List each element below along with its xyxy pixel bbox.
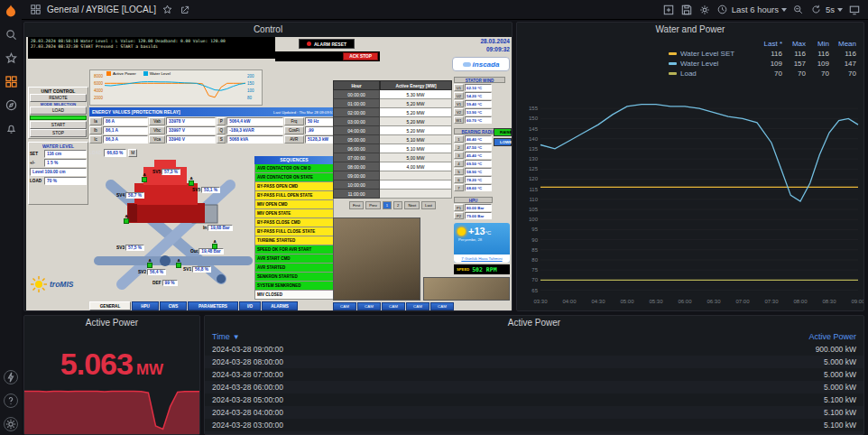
camera-tab[interactable]: CAM 4 [406,302,429,310]
camera-tab[interactable]: CAM 5 [430,302,454,310]
clock-icon [716,4,729,16]
legend-column-header[interactable]: Last * [755,39,782,49]
stator-label: U2 [454,92,464,99]
starred-icon[interactable] [4,51,18,65]
speed-value: 502 RPM [472,266,496,273]
settings-icon[interactable] [4,417,18,431]
start-button[interactable]: START [30,121,87,129]
mini-trend-chart: Active Power Water Level 800060004000200… [89,69,263,106]
alerting-icon[interactable] [4,121,18,135]
share-icon[interactable] [180,4,192,16]
table-row[interactable]: 2024-03-28 08:00:005.000 kW [205,356,863,368]
panel-title[interactable]: Active Power [24,316,199,330]
y-tick-label: 140 [529,136,539,142]
pager-button[interactable]: 1 [383,201,392,209]
time-column-header[interactable]: Time▼ [212,332,240,341]
legend-series-name[interactable]: Water Level [669,59,755,69]
y-tick-label: 65 [531,288,538,293]
add-panel-icon[interactable] [662,4,675,16]
sunburst-icon [30,275,48,293]
alarm-reset-button[interactable]: ALARM RESET [299,39,355,49]
screen-tab-i-o[interactable]: I/O [239,301,261,310]
set-value-input[interactable]: 116 cm [44,150,87,158]
table-row[interactable]: 2024-03-28 02:00:004.300 kW [205,431,863,434]
legend-column-header[interactable]: Min [806,39,829,49]
legend-column-header[interactable]: Max [782,39,806,49]
time-range-picker[interactable]: Last 6 hours [716,4,787,16]
sun-icon [457,227,466,236]
x-tick-label: 04:00 [562,299,577,304]
stat-number: 5.063 [60,347,133,381]
raise-button[interactable]: RAISE [494,128,512,136]
camera-tab[interactable]: CAM 3 [382,302,405,310]
sort-desc-icon: ▼ [233,333,240,341]
explore-icon[interactable] [4,97,18,112]
legend-stat: 70 [755,69,782,79]
pager-button[interactable]: Last [421,201,436,209]
refresh-picker[interactable]: 5s [810,4,843,16]
cycle-view-icon[interactable] [848,4,861,16]
star-dashboard-icon[interactable] [162,4,174,16]
help-icon[interactable] [4,393,18,408]
panel-title[interactable]: Control [24,23,512,37]
pager-button[interactable]: First [349,201,364,209]
hour-cell: 10:00:00 [333,180,380,190]
stator-wind-rows: U162.10 °CU254.20 °CV159.40 °CV253.90 °C… [454,84,493,124]
load-mode-button[interactable]: LOAD [30,106,87,115]
screen-tab-hpu[interactable]: HPU [132,301,159,310]
table-row[interactable]: 2024-03-28 09:00:00900.000 kW [205,343,863,356]
energy-value: 86 A [103,117,148,125]
screen-tab-alarms[interactable]: ALARMS [262,301,298,310]
x-tick-label: 03:30 [533,299,548,304]
save-dashboard-icon[interactable] [680,4,693,16]
energy-value: 5068 kVA [226,135,283,143]
table-row[interactable]: 2024-03-28 04:00:005.100 kW [205,406,863,419]
energy-cell: 5,00 MW [380,153,452,162]
lower-button[interactable]: LOWER [494,138,512,146]
pager-button[interactable]: 2 [393,201,402,209]
table-row[interactable]: 2024-03-28 03:00:005.100 kW [205,419,863,431]
cell-time: 2024-03-28 07:00:00 [212,368,283,381]
legend-series-name[interactable]: Water Level SET [669,49,755,59]
zoom-out-icon[interactable] [792,4,805,16]
grafana-logo-icon[interactable] [4,4,18,18]
panel-title[interactable]: Active Power [205,316,863,330]
screen-tab-cws[interactable]: CWS [160,301,187,310]
log-line: 27.03.2024 08:32:30 START Pressed : STAR… [31,44,272,50]
energy-values-header: ENERGY VALUES [PROTECTION RELAY] Last Up… [89,107,355,116]
pager-button[interactable]: Next [404,201,420,209]
valve-value: 53,1 % [201,187,220,193]
load-value-input[interactable]: 70 % [44,177,87,185]
valve-label: SV4 [116,193,125,198]
stop-button[interactable]: STOP [30,129,87,137]
table-row[interactable]: 2024-03-28 07:00:005.000 kW [205,368,863,381]
energy-value: 86,3 A [103,135,148,143]
shortcuts-icon[interactable] [4,370,18,384]
weather-forecast-link[interactable]: 7 Günlük Hava Tahmini [454,255,510,263]
legend-column-header[interactable]: Mean [829,39,856,49]
weather-unit: °C [485,230,492,236]
ack-stop-button[interactable]: ACK STOP [343,52,378,60]
dashboard-settings-icon[interactable] [698,4,711,16]
deadband-value-input[interactable]: 1 5 % [44,159,87,167]
table-row[interactable]: 2024-03-28 06:00:005.000 kW [205,381,863,393]
cell-time: 2024-03-28 09:00:00 [212,343,283,356]
breadcrumb[interactable]: General / AYBIGE [LOCAL] [47,5,156,14]
pager-button[interactable]: Prev [365,201,381,209]
search-icon[interactable] [4,27,18,42]
weather-widget[interactable]: +13°C Perşembe, 28 7 Günlük Hava Tahmini [454,223,510,263]
value-column-header[interactable]: Active Power [808,332,856,341]
bearing-label: 6 [454,176,464,183]
remote-button[interactable]: REMOTE [30,94,87,102]
camera-tab[interactable]: CAM 2 [357,302,381,310]
dashboards-icon[interactable] [4,74,18,88]
apps-icon[interactable] [29,4,42,16]
table-row[interactable]: 2024-03-28 05:00:005.100 kW [205,393,863,406]
legend-row: Load70707070 [669,69,856,79]
screen-tab-general[interactable]: GENERAL [89,301,131,310]
legend-series-name[interactable]: Load [669,69,755,79]
camera-tab[interactable]: CAM 1 [333,302,356,310]
screen-tab-parameters[interactable]: PARAMETERS [188,301,238,310]
x-tick-label: 05:30 [649,299,663,304]
panel-title[interactable]: Water and Power [517,23,863,37]
